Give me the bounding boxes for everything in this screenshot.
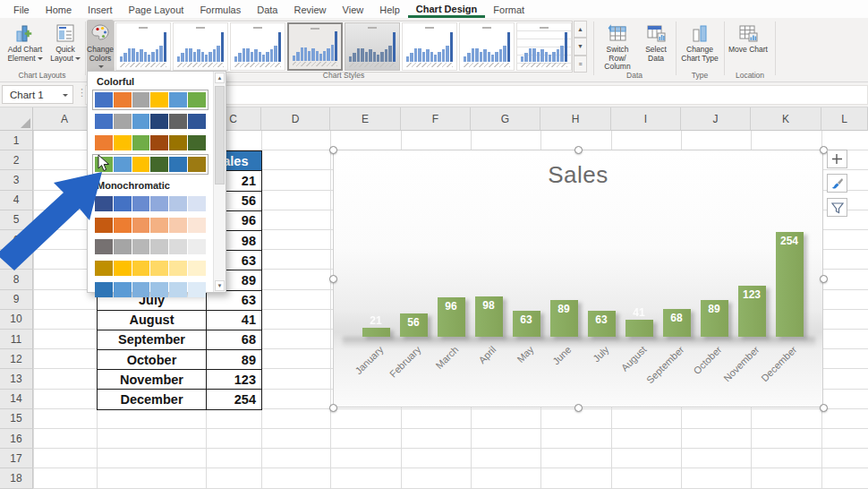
palette-swatch[interactable]	[114, 114, 132, 129]
chart-style-thumb-8[interactable]	[516, 22, 572, 71]
row-header-9[interactable]: 9	[0, 290, 33, 310]
switch-row-column-button[interactable]: Switch Row/ Column	[597, 20, 638, 72]
palette-row-colorful-palette-2[interactable]	[92, 111, 208, 132]
chart-selection-handle[interactable]	[329, 146, 337, 154]
chart-style-thumb-3[interactable]	[230, 22, 285, 71]
column-header-h[interactable]: H	[540, 107, 611, 131]
palette-row-colorful-palette-3[interactable]	[92, 133, 208, 153]
value-cell[interactable]: 89	[207, 350, 262, 370]
palette-swatch[interactable]	[132, 239, 150, 254]
gallery-more-icon[interactable]: ≡	[574, 56, 587, 73]
row-header-13[interactable]: 13	[0, 369, 33, 389]
value-cell[interactable]: 123	[207, 370, 262, 390]
ribbon-tab-insert[interactable]: Insert	[80, 2, 121, 18]
palette-swatch[interactable]	[169, 196, 187, 211]
palette-swatch[interactable]	[188, 261, 206, 276]
chart-selection-handle[interactable]	[329, 275, 337, 283]
ribbon-tab-file[interactable]: File	[5, 2, 38, 18]
chart-bar-august[interactable]	[625, 320, 653, 337]
palette-swatch[interactable]	[150, 114, 168, 129]
row-header-14[interactable]: 14	[0, 390, 33, 409]
month-cell[interactable]: December	[98, 390, 207, 409]
palette-swatch[interactable]	[169, 239, 187, 254]
palette-swatch[interactable]	[188, 92, 206, 107]
month-cell[interactable]: September	[98, 330, 207, 350]
chart-style-thumb-6[interactable]	[402, 22, 457, 71]
palette-swatch[interactable]	[132, 196, 150, 211]
palette-swatch[interactable]	[150, 135, 168, 150]
chart-selection-handle[interactable]	[820, 404, 828, 412]
palette-swatch[interactable]	[169, 282, 187, 297]
chart-selection-handle[interactable]	[574, 146, 583, 154]
palette-swatch[interactable]	[95, 114, 113, 129]
sales-chart[interactable]: Sales 21January56February96March98April6…	[333, 150, 823, 408]
palette-swatch[interactable]	[169, 114, 187, 129]
row-header-11[interactable]: 11	[0, 330, 33, 349]
palette-swatch[interactable]	[95, 135, 113, 150]
value-cell[interactable]: 68	[207, 330, 262, 350]
palette-swatch[interactable]	[169, 135, 187, 150]
row-header-12[interactable]: 12	[0, 349, 33, 369]
palette-swatch[interactable]	[132, 114, 150, 129]
palette-swatch[interactable]	[114, 92, 132, 107]
chart-style-thumb-7[interactable]	[459, 22, 515, 71]
ribbon-tab-formulas[interactable]: Formulas	[191, 2, 249, 18]
row-header-15[interactable]: 15	[0, 409, 33, 429]
palette-swatch[interactable]	[188, 114, 206, 129]
name-box[interactable]: Chart 1	[2, 85, 73, 104]
add-chart-element-button[interactable]: Add Chart Element	[4, 20, 46, 72]
column-header-f[interactable]: F	[401, 107, 471, 131]
menu-scroll-down-icon[interactable]: ▼	[215, 280, 225, 291]
value-cell[interactable]: 254	[207, 390, 262, 409]
menu-scroll-thumb[interactable]	[215, 86, 225, 184]
ribbon-tab-format[interactable]: Format	[485, 2, 532, 18]
gallery-scroll-up-icon[interactable]: ▲	[574, 21, 587, 38]
chart-style-thumb-5[interactable]	[345, 22, 400, 71]
column-header-l[interactable]: L	[821, 107, 868, 131]
chart-style-thumb-2[interactable]	[173, 22, 228, 71]
gallery-scroll-down-icon[interactable]: ▼	[574, 38, 587, 55]
column-header-i[interactable]: I	[611, 107, 681, 131]
row-header-1[interactable]: 1	[0, 131, 33, 150]
month-cell[interactable]: November	[98, 370, 207, 390]
ribbon-tab-review[interactable]: Review	[285, 2, 334, 18]
chart-filters-button[interactable]	[827, 198, 847, 217]
chart-selection-handle[interactable]	[574, 404, 583, 412]
palette-swatch[interactable]	[150, 157, 168, 172]
ribbon-tab-chart-design[interactable]: Chart Design	[408, 1, 485, 18]
row-header-10[interactable]: 10	[0, 310, 33, 330]
select-data-button[interactable]: Select Data	[640, 20, 672, 72]
palette-swatch[interactable]	[132, 261, 150, 276]
palette-swatch[interactable]	[169, 157, 187, 172]
palette-swatch[interactable]	[150, 282, 168, 297]
palette-swatch[interactable]	[150, 196, 168, 211]
column-header-j[interactable]: J	[681, 107, 751, 131]
palette-swatch[interactable]	[188, 157, 206, 172]
palette-swatch[interactable]	[150, 218, 168, 233]
chart-elements-button[interactable]	[827, 150, 847, 168]
ribbon-tab-data[interactable]: Data	[249, 2, 285, 18]
column-header-d[interactable]: D	[261, 107, 330, 131]
change-colors-button[interactable]: Change Colors	[87, 20, 114, 72]
month-cell[interactable]: October	[98, 350, 207, 370]
palette-swatch[interactable]	[150, 261, 168, 276]
palette-swatch[interactable]	[169, 92, 187, 107]
change-chart-type-button[interactable]: Change Chart Type	[679, 20, 720, 72]
palette-swatch[interactable]	[150, 92, 168, 107]
quick-layout-button[interactable]: Quick Layout	[47, 20, 83, 72]
palette-swatch[interactable]	[132, 157, 150, 172]
row-header-18[interactable]: 18	[0, 468, 33, 488]
palette-swatch[interactable]	[114, 135, 132, 150]
palette-swatch[interactable]	[132, 92, 150, 107]
chart-style-thumb-4[interactable]	[287, 22, 343, 71]
palette-swatch[interactable]	[188, 282, 206, 297]
select-all-corner[interactable]	[0, 107, 33, 131]
ribbon-tab-page-layout[interactable]: Page Layout	[121, 2, 192, 18]
palette-swatch[interactable]	[188, 135, 206, 150]
ribbon-tab-help[interactable]: Help	[371, 2, 408, 18]
ribbon-tab-home[interactable]: Home	[38, 2, 80, 18]
palette-swatch[interactable]	[132, 135, 150, 150]
row-header-17[interactable]: 17	[0, 449, 33, 468]
palette-swatch[interactable]	[132, 218, 150, 233]
column-header-g[interactable]: G	[471, 107, 540, 131]
